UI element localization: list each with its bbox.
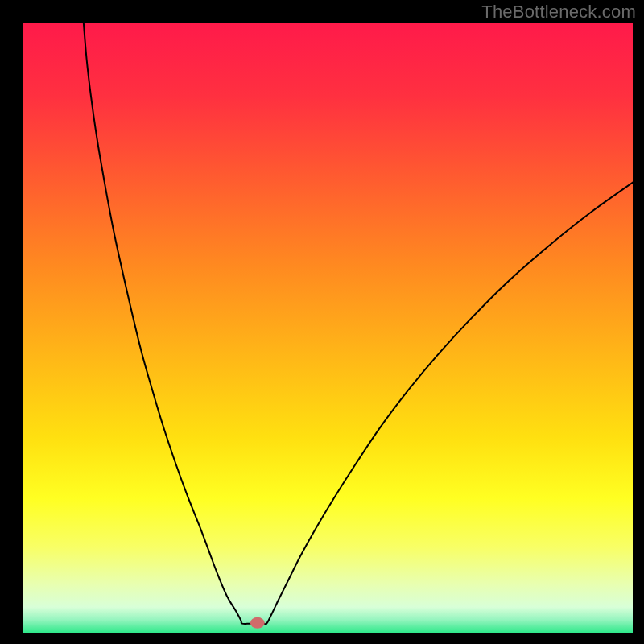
chart-container: TheBottleneck.com [0, 0, 644, 644]
bottleneck-chart [23, 23, 633, 633]
gradient-background [23, 23, 633, 633]
plot-area [23, 23, 633, 633]
attribution-label: TheBottleneck.com [481, 2, 636, 23]
optimum-marker [250, 617, 265, 629]
